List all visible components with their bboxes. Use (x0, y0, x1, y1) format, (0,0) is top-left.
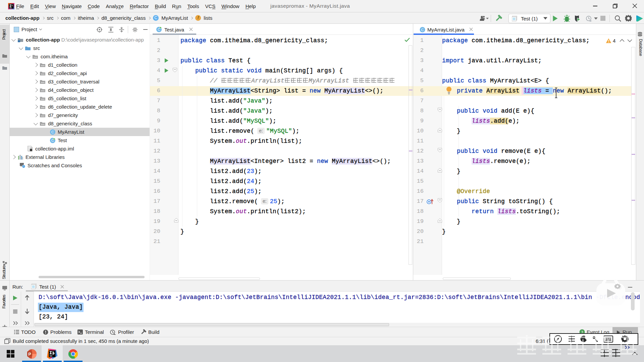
svg-text:P: P (28, 352, 31, 357)
svg-text:C: C (421, 28, 424, 32)
svg-text:C: C (51, 130, 54, 134)
